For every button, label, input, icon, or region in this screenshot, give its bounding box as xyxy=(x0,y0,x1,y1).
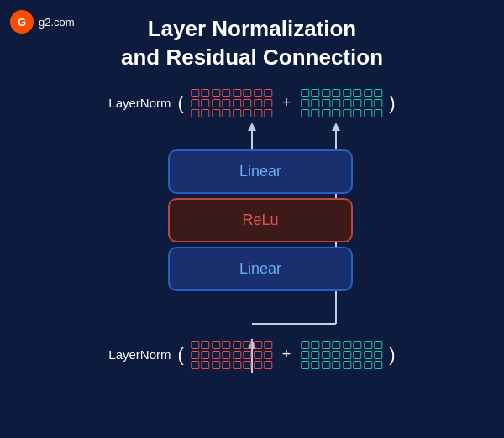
top-plus: + xyxy=(282,94,291,112)
top-red-grid-4 xyxy=(254,89,272,117)
top-teal-grids xyxy=(301,89,382,117)
bottom-teal-grid-3 xyxy=(343,341,361,369)
g2-logo: G xyxy=(10,10,34,34)
top-teal-grid-3 xyxy=(343,89,361,117)
bottom-red-grid-2 xyxy=(212,341,230,369)
bottom-teal-grids xyxy=(301,341,382,369)
main-title: Layer Normalization and Residual Connect… xyxy=(0,15,504,72)
bottom-red-grids xyxy=(191,341,272,369)
bottom-teal-grid-4 xyxy=(364,341,382,369)
top-layernorm-label: LayerNorm xyxy=(108,96,171,110)
top-teal-grid-4 xyxy=(364,89,382,117)
bottom-paren-close: ) xyxy=(389,344,395,366)
bottom-red-grid-4 xyxy=(254,341,272,369)
bottom-paren-open: ( xyxy=(178,344,184,366)
relu-block: ReLu xyxy=(168,198,353,242)
svg-marker-3 xyxy=(332,123,340,131)
bottom-red-grid-3 xyxy=(233,341,251,369)
watermark: G g2.com xyxy=(10,10,75,34)
diagram: LayerNorm ( xyxy=(0,81,504,438)
top-paren-close: ) xyxy=(389,92,395,114)
top-red-grid-2 xyxy=(212,89,230,117)
bottom-layernorm-row: LayerNorm ( xyxy=(108,341,395,369)
bottom-plus: + xyxy=(282,346,291,363)
linear1-block: Linear xyxy=(168,149,353,194)
bottom-teal-grid-1 xyxy=(301,341,319,369)
top-layernorm-row: LayerNorm ( xyxy=(108,89,395,117)
bottom-layernorm-label: LayerNorm xyxy=(108,347,171,362)
svg-marker-1 xyxy=(248,123,256,131)
top-red-grid-1 xyxy=(191,89,209,117)
top-teal-grid-2 xyxy=(322,89,340,117)
bottom-teal-grid-2 xyxy=(322,341,340,369)
g2-site: g2.com xyxy=(39,16,75,29)
title-section: Layer Normalization and Residual Connect… xyxy=(0,0,504,72)
top-red-grids xyxy=(191,89,272,117)
top-teal-grid-1 xyxy=(301,89,319,117)
top-red-grid-3 xyxy=(233,89,251,117)
linear2-block: Linear xyxy=(168,247,353,291)
bottom-red-grid-1 xyxy=(191,341,209,369)
top-paren-open: ( xyxy=(178,92,184,114)
